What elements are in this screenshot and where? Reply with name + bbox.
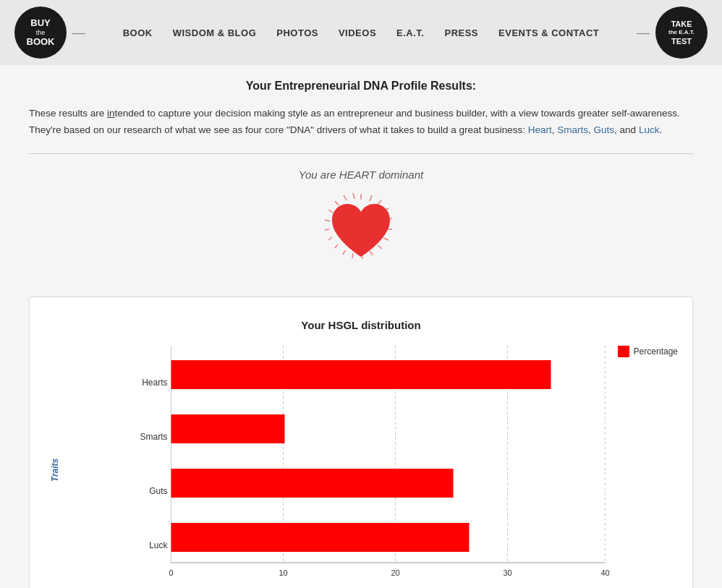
svg-text:Hearts: Hearts: [142, 378, 167, 388]
logo-buy: BUY: [30, 17, 50, 29]
svg-line-19: [353, 193, 354, 199]
nav-dash-right: —: [637, 25, 650, 41]
svg-rect-31: [171, 469, 454, 498]
chart-title: Your HSGL distribution: [44, 319, 678, 331]
svg-text:Smarts: Smarts: [140, 432, 167, 442]
svg-line-1: [370, 195, 372, 201]
svg-text:20: 20: [391, 568, 399, 577]
svg-text:40: 40: [600, 568, 609, 577]
nav-dash-left: —: [72, 25, 85, 41]
heart-dominant-text: You are HEART dominant: [299, 169, 423, 181]
nav-events[interactable]: EVENTS & CONTACT: [498, 27, 599, 38]
legend-color-box: [618, 346, 629, 357]
svg-rect-27: [171, 360, 551, 389]
take-label: TAKE: [671, 19, 692, 29]
nav-wisdom[interactable]: WISDOM & BLOG: [173, 27, 257, 38]
svg-line-6: [383, 238, 388, 240]
test-label: TEST: [671, 36, 692, 46]
take-test-logo[interactable]: TAKE the E.A.T. TEST: [655, 7, 708, 59]
y-axis-label: Traits: [50, 459, 60, 482]
svg-text:Luck: Luck: [149, 540, 168, 550]
nav-videos[interactable]: VIDEOS: [339, 27, 376, 38]
logo-the: the: [36, 29, 46, 37]
svg-text:10: 10: [279, 568, 287, 577]
nav-press[interactable]: PRESS: [444, 27, 478, 38]
chart-container: Traits Percentage: [44, 346, 678, 588]
chart-legend: Percentage: [618, 346, 678, 357]
svg-line-17: [335, 201, 339, 205]
svg-line-16: [328, 210, 333, 213]
svg-line-15: [325, 220, 330, 221]
svg-line-18: [344, 195, 347, 200]
svg-text:30: 30: [503, 568, 511, 577]
nav-eat[interactable]: E.A.T.: [396, 27, 424, 38]
chart-card: Your HSGL distribution Traits Percentage: [29, 297, 693, 588]
svg-line-7: [378, 245, 382, 249]
svg-line-12: [335, 244, 338, 248]
heart-icon: [318, 188, 404, 275]
svg-line-8: [370, 251, 373, 255]
bar-chart-svg: Hearts Smarts Guts Luck 0 10 20 30: [69, 346, 678, 588]
logo-book: BOOK: [27, 36, 55, 48]
svg-line-11: [343, 250, 345, 255]
section-divider: [29, 153, 693, 154]
svg-text:0: 0: [169, 568, 173, 577]
heart-section: You are HEART dominant: [29, 169, 693, 275]
svg-line-2: [378, 200, 381, 205]
the-eat-label: the E.A.T.: [668, 29, 695, 36]
svg-rect-29: [171, 414, 285, 443]
svg-text:Guts: Guts: [149, 486, 167, 496]
page-title: Your Entrepreneurial DNA Profile Results…: [29, 80, 693, 93]
y-axis-label-container: Traits: [44, 346, 66, 588]
intro-text: These results are intended to capture yo…: [29, 106, 693, 139]
svg-rect-33: [171, 523, 470, 552]
svg-line-14: [325, 229, 329, 230]
nav-photos[interactable]: PHOTOS: [276, 27, 318, 38]
main-nav: BOOK WISDOM & BLOG PHOTOS VIDEOS E.A.T. …: [91, 27, 631, 38]
svg-line-10: [352, 253, 353, 258]
legend-label: Percentage: [634, 346, 678, 357]
svg-line-13: [328, 237, 332, 240]
nav-book[interactable]: BOOK: [123, 27, 153, 38]
buy-book-logo[interactable]: BUY the BOOK: [14, 7, 67, 59]
